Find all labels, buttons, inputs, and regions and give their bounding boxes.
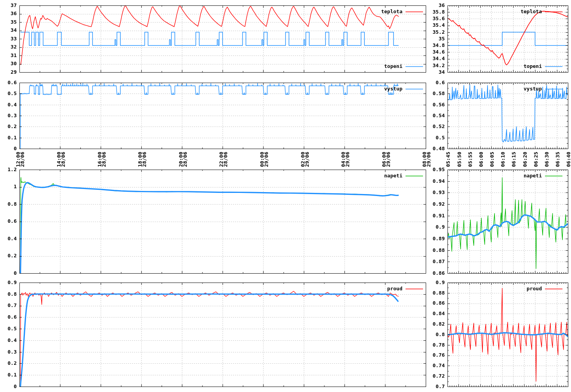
- legend-label-vystup: vystup: [384, 86, 402, 92]
- legend-napeti-overview: napeti: [384, 173, 402, 179]
- legend-vystup-detail: vystup: [524, 86, 542, 92]
- chart-teplota-overview: [19, 5, 426, 72]
- legend-label-proud: proud: [527, 286, 542, 291]
- legend-topeni-overview: topeni: [384, 63, 402, 69]
- legend-teplota-overview: teplota: [381, 9, 402, 14]
- legend-label-teplota: teplota: [521, 9, 542, 14]
- chart-napeti-overview: [19, 170, 426, 273]
- legend-proud-detail: proud: [527, 286, 542, 291]
- gnuplot-multiplot: teplota topeni teplota topeni vystup vys…: [0, 0, 571, 392]
- legend-label-topeni: topeni: [384, 63, 402, 69]
- chart-proud-detail: [447, 283, 568, 387]
- chart-vystup-overview: [19, 83, 426, 149]
- chart-teplota-detail: [447, 5, 568, 72]
- chart-proud-overview: [19, 283, 426, 387]
- chart-napeti-detail: [447, 170, 568, 273]
- legend-proud-overview: proud: [387, 286, 402, 291]
- legend-label-napeti: napeti: [524, 173, 542, 179]
- legend-label-vystup: vystup: [524, 86, 542, 92]
- legend-label-proud: proud: [387, 286, 402, 291]
- legend-label-topeni: topeni: [524, 63, 542, 69]
- legend-label-teplota: teplota: [381, 9, 402, 14]
- legend-topeni-detail: topeni: [524, 63, 542, 69]
- legend-teplota-detail: teplota: [521, 9, 542, 14]
- chart-vystup-detail: [447, 83, 568, 149]
- legend-napeti-detail: napeti: [524, 173, 542, 179]
- legend-label-napeti: napeti: [384, 173, 402, 179]
- legend-vystup-overview: vystup: [384, 86, 402, 92]
